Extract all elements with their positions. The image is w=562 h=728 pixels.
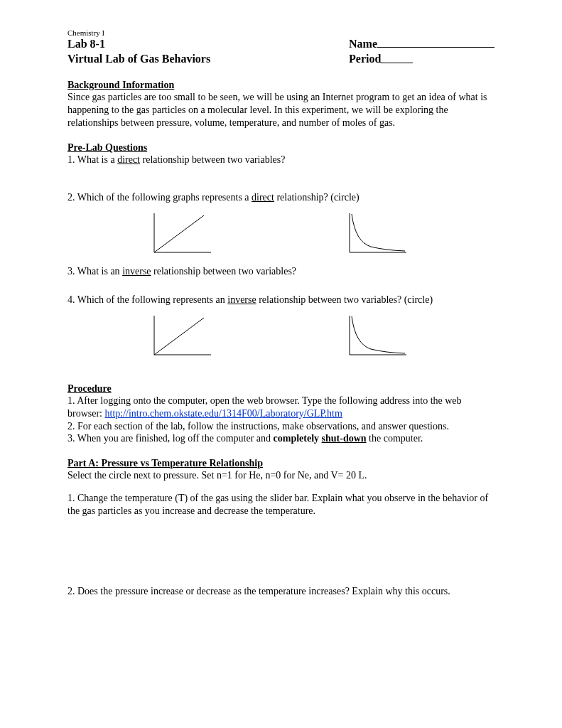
spacer [67, 482, 495, 492]
lab-title-block: Lab 8-1 Virtual Lab of Gas Behaviors [67, 37, 210, 67]
spacer [67, 368, 495, 375]
partA-q1: 1. Change the temperature (T) of the gas… [67, 492, 495, 518]
procedure-step1: 1. After logging onto the computer, open… [67, 395, 495, 420]
title-row: Lab 8-1 Virtual Lab of Gas Behaviors Nam… [67, 37, 495, 67]
step3-bold: completely [274, 433, 322, 444]
spacer [67, 278, 495, 294]
lab-number: Lab 8-1 [67, 37, 210, 52]
document-page: Chemistry I Lab 8-1 Virtual Lab of Gas B… [0, 0, 562, 728]
period-label: Period [349, 53, 381, 65]
procedure-step2: 2. For each section of the lab, follow t… [67, 420, 495, 433]
name-period-block: Name Period [349, 37, 495, 67]
prelab-title: Pre-Lab Questions [67, 142, 495, 154]
q1-underlined: direct [117, 154, 140, 165]
q3-underlined: inverse [122, 266, 151, 277]
prelab-q3: 3. What is an inverse relationship betwe… [67, 265, 495, 278]
q2-suffix: relationship? (circle) [274, 192, 360, 203]
background-title: Background Information [67, 80, 495, 91]
name-label: Name [349, 38, 377, 50]
q3-prefix: 3. What is an [67, 266, 122, 277]
svg-line-2 [154, 215, 204, 252]
q2-prefix: 2. Which of the following graphs represe… [67, 192, 252, 203]
period-field-row: Period [349, 52, 495, 67]
q4-underlined: inverse [227, 294, 256, 305]
spacer [67, 518, 495, 585]
q1-prefix: 1. What is a [67, 154, 117, 165]
step3-prefix: 3. When you are finished, log off the co… [67, 433, 274, 444]
background-text: Since gas particles are too small to be … [67, 91, 495, 129]
graphs-row-2 [147, 312, 495, 362]
q4-prefix: 4. Which of the following represents an [67, 294, 227, 305]
name-field-row: Name [349, 37, 495, 52]
period-blank[interactable] [381, 52, 413, 63]
procedure-step3: 3. When you are finished, log off the co… [67, 432, 495, 445]
lab-title: Virtual Lab of Gas Behaviors [67, 52, 210, 67]
step3-boldunder: shut-down [322, 433, 367, 444]
prelab-q1: 1. What is a direct relationship between… [67, 154, 495, 166]
direct-graph-icon[interactable] [147, 210, 218, 259]
direct-graph-icon[interactable] [147, 312, 218, 362]
graphs-row-1 [147, 210, 495, 259]
prelab-q2: 2. Which of the following graphs represe… [67, 191, 495, 204]
prelab-q4: 4. Which of the following represents an … [67, 294, 495, 306]
q4-suffix: relationship between two variables? (cir… [256, 294, 433, 305]
partA-q2: 2. Does the pressure increase or decreas… [67, 585, 495, 598]
q3-suffix: relationship between two variables? [151, 266, 296, 277]
q2-underlined: direct [252, 192, 274, 203]
procedure-link[interactable]: http://intro.chem.okstate.edu/1314F00/La… [105, 408, 342, 419]
step3-suffix: the computer. [367, 433, 423, 444]
partA-instructions: Select the circle next to pressure. Set … [67, 469, 495, 482]
spacer [67, 166, 495, 191]
procedure-title: Procedure [67, 383, 495, 395]
partA-title: Part A: Pressure vs Temperature Relation… [67, 458, 495, 469]
inverse-graph-icon[interactable] [342, 312, 414, 362]
q1-suffix: relationship between two variables? [140, 154, 285, 165]
svg-line-7 [154, 318, 204, 355]
inverse-graph-icon[interactable] [342, 210, 414, 259]
name-blank[interactable] [377, 37, 495, 48]
course-name: Chemistry I [67, 28, 495, 37]
